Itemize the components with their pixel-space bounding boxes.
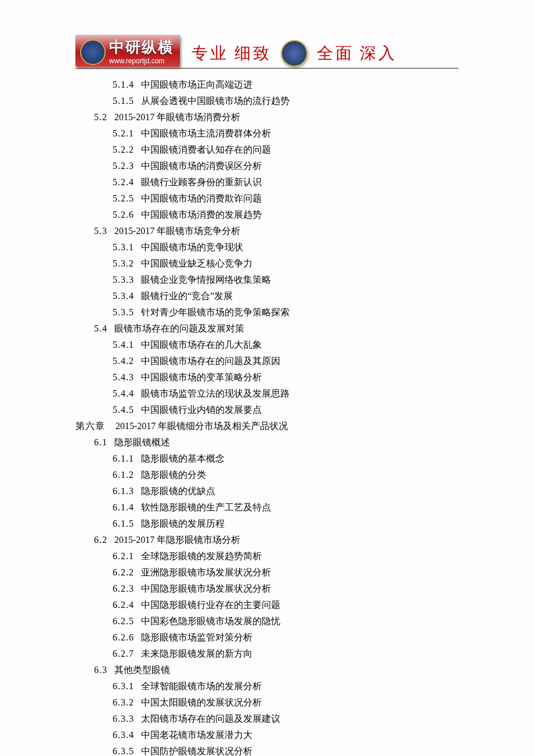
toc-entry-title: 中国老花镜市场发展潜力大: [141, 730, 252, 740]
toc-entry: 5.2.3中国眼镜市场的消费误区分析: [113, 158, 459, 174]
toc-entry-title: 隐形眼镜的分类: [141, 470, 206, 480]
toc-entry-title: 中国隐形眼镜行业存在的主要问题: [141, 600, 280, 610]
toc-entry-title: 中国眼镜市场主流消费群体分析: [141, 128, 271, 138]
toc-entry-number: 6.1.5: [113, 519, 134, 528]
toc-entry-number: 5.2.2: [113, 145, 134, 154]
toc-entry-title: 中国太阳眼镜的发展状况分析: [141, 697, 262, 707]
toc-entry: 5.3.4眼镜行业的“竞合”发展: [113, 288, 459, 304]
toc-entry-number: 5.3.2: [113, 258, 134, 268]
toc-entry-title: 中国眼镜市场的消费误区分析: [141, 161, 262, 171]
toc-entry-number: 6.2.1: [113, 551, 134, 561]
toc-entry-number: 6.1: [94, 437, 107, 447]
toc-entry: 5.4.2中国眼镜市场存在的问题及其原因: [113, 353, 459, 369]
toc-entry-number: 6.2.5: [113, 616, 134, 626]
toc-entry-number: 5.2.4: [113, 177, 134, 187]
toc-entry: 6.1隐形眼镜概述: [94, 434, 459, 451]
toc-entry: 6.1.2隐形眼镜的分类: [113, 467, 459, 483]
toc-entry: 5.1.5从展会透视中国眼镜市场的流行趋势: [113, 93, 459, 109]
toc-entry-number: 5.4.1: [113, 340, 134, 350]
toc-entry: 5.3.5针对青少年眼镜市场的竞争策略探索: [113, 304, 459, 321]
toc-entry-number: 6.3.2: [113, 697, 134, 707]
toc-entry-number: 5.3.3: [113, 275, 134, 285]
toc-entry-number: 5.2.5: [113, 193, 134, 203]
logo-seal-icon: [80, 39, 106, 65]
toc-entry-title: 2015-2017 年隐形眼镜市场分析: [114, 535, 240, 545]
toc-entry: 6.2.6隐形眼镜市场监管对策分析: [113, 629, 459, 646]
toc-entry-title: 太阳镜市场存在的问题及发展建议: [141, 714, 280, 723]
toc-entry-number: 6.3: [94, 665, 107, 675]
toc-entry: 5.2.6中国眼镜市场消费的发展趋势: [113, 207, 459, 223]
toc-entry-number: 5.4.3: [113, 372, 134, 382]
toc-entry: 5.4.4眼镜市场监管立法的现状及发展思路: [113, 386, 459, 402]
toc-entry: 5.4.1中国眼镜市场存在的几大乱象: [113, 337, 459, 353]
toc-entry-title: 中国眼镜市场的变革策略分析: [141, 372, 262, 382]
toc-entry-number: 5.1.5: [113, 96, 134, 106]
slogan-word-3: 全面: [317, 42, 354, 64]
toc-entry-number: 5.2.3: [113, 161, 134, 171]
toc-entry: 6.2.4中国隐形眼镜行业存在的主要问题: [113, 597, 459, 613]
toc-entry: 6.1.1隐形眼镜的基本概念: [113, 451, 459, 467]
toc-entry-number: 5.2: [94, 112, 107, 122]
toc-entry-number: 6.2.3: [113, 584, 134, 593]
toc-entry-number: 6.2.4: [113, 600, 134, 610]
toc-entry: 6.2.3中国隐形眼镜市场发展状况分析: [113, 581, 459, 597]
toc-entry-title: 中国防护眼镜发展状况分析: [141, 746, 252, 756]
toc-entry: 6.3.1全球智能眼镜市场的发展分析: [113, 678, 459, 694]
toc-entry-title: 针对青少年眼镜市场的竞争策略探索: [141, 307, 290, 317]
toc-entry-number: 6.3.1: [113, 681, 134, 691]
toc-entry-number: 5.4: [94, 323, 107, 333]
toc-entry-number: 6.2: [94, 535, 107, 545]
toc-entry-title: 全球智能眼镜市场的发展分析: [141, 681, 262, 691]
toc-entry-number: 6.2.6: [113, 632, 134, 642]
toc-entry-number: 6.3.3: [113, 714, 134, 723]
toc-entry: 5.2.5中国眼镜市场的消费欺诈问题: [113, 190, 459, 207]
toc-entry-title: 中国眼镜市场存在的问题及其原因: [141, 356, 280, 366]
toc-entry: 6.2.5中国彩色隐形眼镜市场发展的隐忧: [113, 613, 459, 629]
slogan-word-4: 深入: [360, 42, 397, 64]
toc-entry-title: 中国眼镜市场消费的发展趋势: [141, 210, 262, 219]
toc-entry-number: 6.1.3: [113, 486, 134, 496]
toc-entry-number: 5.4.4: [113, 388, 134, 398]
toc-entry-title: 中国眼镜市场的竞争现状: [141, 242, 243, 252]
toc-entry: 5.4眼镜市场存在的问题及发展对策: [94, 321, 459, 337]
toc-entry-title: 全球隐形眼镜的发展趋势简析: [141, 551, 262, 561]
toc-entry-title: 眼镜企业竞争情报网络收集策略: [141, 275, 271, 285]
toc-entry-number: 5.2.1: [113, 128, 134, 138]
toc-entry: 6.1.3隐形眼镜的优缺点: [113, 483, 459, 499]
toc-entry: 6.2.2亚洲隐形眼镜市场发展状况分析: [113, 564, 459, 581]
slogan-word-2: 细致: [234, 42, 272, 64]
toc-entry-number: 6.1.4: [113, 502, 134, 512]
toc-entry-number: 第六章: [75, 421, 105, 431]
toc-entry: 6.3.5中国防护眼镜发展状况分析: [113, 743, 459, 756]
slogan-seal-icon: [281, 40, 308, 67]
toc-entry-title: 眼镜行业顾客身份的重新认识: [141, 177, 262, 187]
toc-entry: 6.1.4软性隐形眼镜的生产工艺及特点: [113, 499, 459, 516]
toc-entry-title: 从展会透视中国眼镜市场的流行趋势: [141, 96, 290, 106]
toc-entry: 5.32015-2017 年眼镜市场竞争分析: [94, 223, 459, 239]
toc-entry: 第六章2015-2017 年眼镜细分市场及相关产品状况: [75, 418, 459, 434]
toc-entry: 5.22015-2017 年眼镜市场消费分析: [94, 109, 459, 125]
toc-entry-title: 隐形眼镜市场监管对策分析: [141, 632, 252, 642]
toc-entry-title: 隐形眼镜的基本概念: [141, 453, 225, 463]
toc-entry-title: 隐形眼镜的发展历程: [141, 519, 225, 528]
toc-entry-title: 亚洲隐形眼镜市场发展状况分析: [141, 567, 271, 577]
toc-entry: 5.2.4眼镜行业顾客身份的重新认识: [113, 174, 459, 190]
toc-entry-title: 其他类型眼镜: [114, 665, 170, 675]
toc-entry: 6.3.4中国老花镜市场发展潜力大: [113, 727, 459, 743]
toc-entry: 6.2.1全球隐形眼镜的发展趋势简析: [113, 548, 459, 564]
toc-entry-number: 5.3.5: [113, 307, 134, 317]
toc-entry-number: 5.3: [94, 226, 107, 236]
logo-url-text: www.reportjd.com: [109, 57, 164, 65]
company-logo: 中研纵横 www.reportjd.com: [75, 35, 180, 67]
toc-entry-title: 软性隐形眼镜的生产工艺及特点: [141, 502, 271, 512]
toc-entry-title: 2015-2017 年眼镜市场消费分析: [114, 112, 240, 122]
toc-entry: 5.4.5中国眼镜行业内销的发展要点: [113, 402, 459, 418]
toc-entry: 6.22015-2017 年隐形眼镜市场分析: [94, 532, 459, 548]
toc-entry: 6.3其他类型眼镜: [94, 662, 459, 678]
toc-entry-number: 6.1.1: [113, 453, 134, 463]
toc-entry-number: 5.1.4: [113, 80, 134, 89]
toc-entry-number: 6.3.4: [113, 730, 134, 740]
toc-entry: 5.3.1中国眼镜市场的竞争现状: [113, 239, 459, 255]
toc-entry-number: 5.4.2: [113, 356, 134, 366]
toc-entry-title: 中国隐形眼镜市场发展状况分析: [141, 584, 271, 593]
